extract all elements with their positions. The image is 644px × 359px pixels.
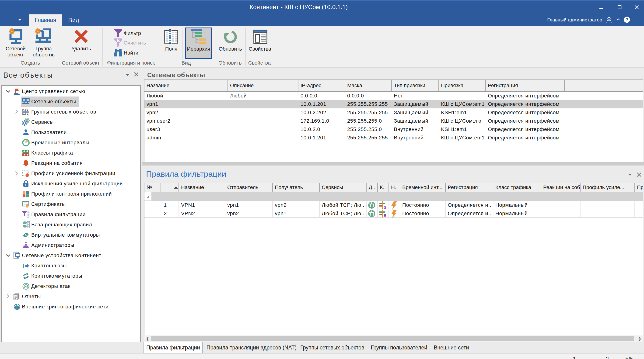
svg-text:s: s (384, 204, 386, 209)
svg-text:s: s (384, 212, 386, 218)
svg-text:?: ? (625, 17, 628, 22)
